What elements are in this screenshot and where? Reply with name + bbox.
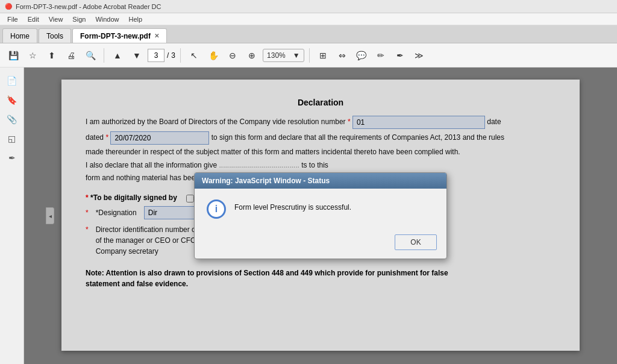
page-navigation: / 3 <box>148 49 175 62</box>
bookmark-toolbar-btn[interactable]: ☆ <box>24 47 41 64</box>
save-toolbar-btn[interactable]: 💾 <box>5 47 22 64</box>
menu-view[interactable]: View <box>44 14 68 24</box>
fit-width-btn[interactable]: ⇔ <box>334 47 351 64</box>
print-toolbar-btn[interactable]: 🖨 <box>63 47 80 64</box>
toolbar-sep-3 <box>309 48 310 63</box>
close-tab-icon[interactable]: ✕ <box>154 33 159 39</box>
sidebar: 📄 🔖 📎 ◱ ✒ <box>0 67 24 364</box>
app-icon: 🔴 <box>5 3 12 10</box>
sidebar-pages-btn[interactable]: 📄 <box>3 72 21 89</box>
fit-page-btn[interactable]: ⊞ <box>315 47 331 64</box>
comment-btn[interactable]: 💬 <box>353 47 370 64</box>
tab-pdf[interactable]: Form-DPT-3-new.pdf ✕ <box>72 28 167 43</box>
tab-bar: Home Tools Form-DPT-3-new.pdf ✕ <box>0 25 617 43</box>
signature-btn[interactable]: ✒ <box>392 47 409 64</box>
menu-window[interactable]: Window <box>90 14 124 24</box>
zoom-in-btn[interactable]: ⊕ <box>243 47 260 64</box>
modal-dialog: Warning: JavaScript Window - Status i Fo… <box>194 172 447 259</box>
modal-message: Form level Prescrutiny is successful. <box>234 199 351 212</box>
hand-tool-btn[interactable]: ✋ <box>205 47 222 64</box>
tab-home[interactable]: Home <box>2 28 37 43</box>
page-separator: / <box>167 51 169 60</box>
modal-title: Warning: JavaScript Window - Status <box>202 177 330 185</box>
sidebar-layers-btn[interactable]: ◱ <box>3 130 21 147</box>
sidebar-signatures-btn[interactable]: ✒ <box>3 149 21 166</box>
scroll-down-btn[interactable]: ▼ <box>128 47 145 64</box>
modal-overlay: Warning: JavaScript Window - Status i Fo… <box>24 67 617 364</box>
title-bar: 🔴 Form-DPT-3-new.pdf - Adobe Acrobat Rea… <box>0 0 617 13</box>
content-area: ◂ Declaration I am authorized by the Boa… <box>24 67 617 364</box>
pencil-btn[interactable]: ✏ <box>372 47 389 64</box>
main-area: 📄 🔖 📎 ◱ ✒ ◂ Declaration I am authorized … <box>0 67 617 364</box>
modal-footer: OK <box>195 230 446 259</box>
cursor-tool-btn[interactable]: ↖ <box>186 47 202 64</box>
page-number-input[interactable] <box>148 49 164 62</box>
menu-bar: File Edit View Sign Window Help <box>0 13 617 25</box>
zoom-dropdown-icon[interactable]: ▼ <box>289 51 304 60</box>
modal-info-icon: i <box>207 199 226 219</box>
menu-file[interactable]: File <box>2 14 23 24</box>
sidebar-attachments-btn[interactable]: 📎 <box>3 111 21 128</box>
search-toolbar-btn[interactable]: 🔍 <box>82 47 99 64</box>
toolbar-sep-2 <box>180 48 181 63</box>
upload-toolbar-btn[interactable]: ⬆ <box>43 47 60 64</box>
zoom-out-btn[interactable]: ⊖ <box>224 47 241 64</box>
menu-edit[interactable]: Edit <box>23 14 44 24</box>
menu-sign[interactable]: Sign <box>67 14 90 24</box>
toolbar: 💾 ☆ ⬆ 🖨 🔍 ▲ ▼ / 3 ↖ ✋ ⊖ ⊕ 130% ▼ ⊞ ⇔ 💬 ✏… <box>0 43 617 67</box>
title-bar-text: Form-DPT-3-new.pdf - Adobe Acrobat Reade… <box>16 3 161 10</box>
modal-title-bar: Warning: JavaScript Window - Status <box>195 173 446 189</box>
zoom-control[interactable]: 130% ▼ <box>263 49 304 62</box>
page-total: 3 <box>171 51 175 60</box>
menu-help[interactable]: Help <box>124 14 148 24</box>
modal-ok-button[interactable]: OK <box>395 234 437 250</box>
sidebar-bookmarks-btn[interactable]: 🔖 <box>3 92 21 108</box>
scroll-up-btn[interactable]: ▲ <box>109 47 126 64</box>
more-tools-btn[interactable]: ≫ <box>411 47 428 64</box>
toolbar-sep-1 <box>104 48 104 63</box>
modal-body: i Form level Prescrutiny is successful. <box>195 189 446 230</box>
zoom-level: 130% <box>263 51 289 60</box>
tab-tools[interactable]: Tools <box>39 28 71 43</box>
